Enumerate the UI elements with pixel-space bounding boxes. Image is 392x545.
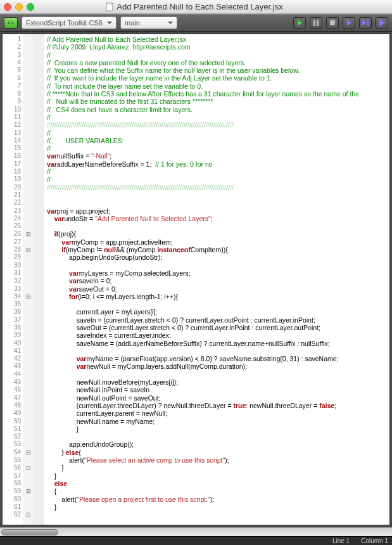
step-into-icon [362, 20, 369, 26]
code-line[interactable]: varmyLayers = myComp.selectedLayers; [47, 269, 389, 277]
window-title-text: Add Parented Null to Each Selected Layer… [117, 2, 282, 11]
line-number-gutter[interactable]: 1234567891011121314151617181920212223242… [3, 34, 24, 525]
code-line[interactable]: if(proj){ [47, 230, 389, 238]
code-line[interactable]: saveName = (addLayerNameBeforeSuffix) ? … [47, 340, 389, 347]
code-line[interactable]: (currentLayer.threeDLayer) ? newNull.thr… [47, 402, 389, 409]
code-line[interactable]: saveIn = (currentLayer.stretch < 0) ? cu… [47, 316, 389, 324]
code-line[interactable]: // Add Parented Null to Each Selected La… [47, 35, 389, 43]
zoom-window-button[interactable] [27, 3, 34, 11]
code-line[interactable]: // *****Note that in CS3 and below After… [47, 90, 389, 98]
engine-value: main [125, 19, 140, 27]
code-line[interactable]: // Creates a new parented Null for every… [47, 59, 389, 67]
stop-icon [330, 20, 335, 25]
jsx-file-icon [105, 3, 114, 11]
code-line[interactable]: // [47, 168, 389, 176]
code-content[interactable]: // Add Parented Null to Each Selected La… [44, 34, 389, 525]
code-line[interactable]: varsaveIn = 0; [47, 277, 389, 285]
code-line[interactable]: varmyName = (parseFloat(app.version) < 8… [47, 355, 389, 362]
editor-area: 1234567891011121314151617181920212223242… [0, 32, 392, 527]
status-line: Line 1 [332, 537, 350, 544]
code-line[interactable] [47, 191, 389, 199]
fold-column[interactable]: ⊟ ⊟ ⊟ ⊟ ⊡ ⊟ ⊡ [24, 34, 33, 525]
code-line[interactable]: saveOut = (currentLayer.stretch < 0) ? c… [47, 324, 389, 331]
code-line[interactable] [47, 347, 389, 355]
step-out-icon [379, 20, 385, 26]
step-out-button[interactable] [376, 17, 388, 29]
stop-button[interactable] [326, 17, 339, 29]
run-button[interactable] [293, 17, 306, 29]
minimize-window-button[interactable] [15, 3, 23, 11]
code-line[interactable] [47, 300, 389, 308]
code-line[interactable] [47, 199, 389, 207]
code-line[interactable]: // You can define what the Suffix name f… [47, 67, 389, 74]
code-line[interactable]: // [47, 113, 389, 121]
code-line[interactable]: // [47, 51, 389, 59]
play-icon [298, 20, 302, 26]
code-line[interactable]: varnewNull = myComp.layers.addNull(myCom… [47, 362, 389, 370]
pause-icon [313, 20, 319, 26]
horizontal-scrollbar[interactable] [0, 527, 392, 536]
code-line[interactable]: app.endUndoGroup(); [47, 440, 389, 448]
window-titlebar: Add Parented Null to Each Selected Layer… [0, 0, 392, 14]
code-line[interactable]: // USER VARIABLES: [47, 137, 389, 144]
code-line[interactable]: currentLayer = myLayers[i]; [47, 308, 389, 316]
code-line[interactable] [47, 433, 389, 440]
engine-combo[interactable]: main [120, 16, 177, 29]
code-line[interactable]: varnullSuffix = "-Null"; [47, 152, 389, 160]
code-line[interactable] [47, 262, 389, 269]
editor-margin [33, 34, 44, 525]
code-line[interactable]: newNull.moveBefore(myLayers[i]); [47, 378, 389, 386]
code-line[interactable]: alert("Please select an active comp to u… [47, 456, 389, 464]
code-line[interactable]: for(i=0; i <= myLayers.length-1; i++){ [47, 293, 389, 300]
pause-button[interactable] [310, 17, 322, 29]
code-line[interactable]: varproj = app.project; [47, 207, 389, 215]
code-line[interactable]: varundoStr = "Add Parented Null to Selec… [47, 215, 389, 222]
step-over-button[interactable] [343, 17, 355, 29]
code-line[interactable]: // CS4 does not have a character limit f… [47, 106, 389, 113]
target-app-combo[interactable]: ExtendScript Toolkit CS6 [22, 16, 117, 29]
code-line[interactable]: currentLayer.parent = newNull; [47, 409, 389, 417]
code-line[interactable]: } [47, 472, 389, 480]
code-line[interactable]: alert("Please open a project first to us… [47, 496, 389, 503]
code-line[interactable]: // [47, 176, 389, 183]
scrollbar-thumb[interactable] [1, 529, 58, 535]
status-bar: Line 1 Column 1 [0, 536, 392, 545]
code-line[interactable]: varsaveOut = 0; [47, 285, 389, 293]
code-line[interactable]: newNull.outPoint = saveOut; [47, 394, 389, 402]
status-column: Column 1 [361, 537, 388, 544]
code-line[interactable]: ////////////////////////////////////////… [47, 121, 389, 129]
code-line[interactable]: newNull.name = myName; [47, 418, 389, 425]
window-title: Add Parented Null to Each Selected Layer… [38, 2, 350, 11]
code-editor[interactable]: 1234567891011121314151617181920212223242… [2, 34, 390, 525]
code-line[interactable]: } [47, 464, 389, 471]
code-line[interactable]: newNull.inPoint = saveIn [47, 386, 389, 394]
code-line[interactable]: // To not include the layer name set the… [47, 82, 389, 90]
code-line[interactable] [47, 222, 389, 230]
code-line[interactable] [47, 511, 389, 518]
code-line[interactable]: } [47, 425, 389, 433]
step-into-button[interactable] [359, 17, 372, 29]
code-line[interactable]: else [47, 480, 389, 487]
step-icon [347, 20, 351, 26]
code-line[interactable]: // [47, 129, 389, 137]
code-line[interactable] [47, 371, 389, 378]
code-line[interactable]: } [47, 503, 389, 511]
code-line[interactable]: } else{ [47, 449, 389, 456]
code-line[interactable]: // If you want to include the layer name… [47, 74, 389, 82]
code-line[interactable]: saveIndex = currentLayer.index; [47, 331, 389, 339]
code-line[interactable]: // [47, 144, 389, 152]
code-line[interactable]: varaddLayerNameBeforeSuffix = 1; // 1 fo… [47, 160, 389, 168]
code-line[interactable]: ////////////////////////////////////////… [47, 184, 389, 191]
code-line[interactable]: // Null will be truncated to the first 3… [47, 98, 389, 105]
code-line[interactable]: // ©July 2009 Lloyd Alvarez http://aescr… [47, 43, 389, 51]
link-toggle-button[interactable] [4, 17, 18, 29]
target-app-value: ExtendScript Toolkit CS6 [26, 19, 103, 27]
code-line[interactable]: { [47, 487, 389, 495]
close-window-button[interactable] [4, 3, 11, 11]
toolbar: ExtendScript Toolkit CS6 main [0, 14, 392, 32]
code-line[interactable]: varmyComp = app.project.activeItem; [47, 238, 389, 246]
code-line[interactable]: if(myComp != null&& (myComp instanceofCo… [47, 246, 389, 253]
code-line[interactable]: app.beginUndoGroup(undoStr); [47, 253, 389, 261]
